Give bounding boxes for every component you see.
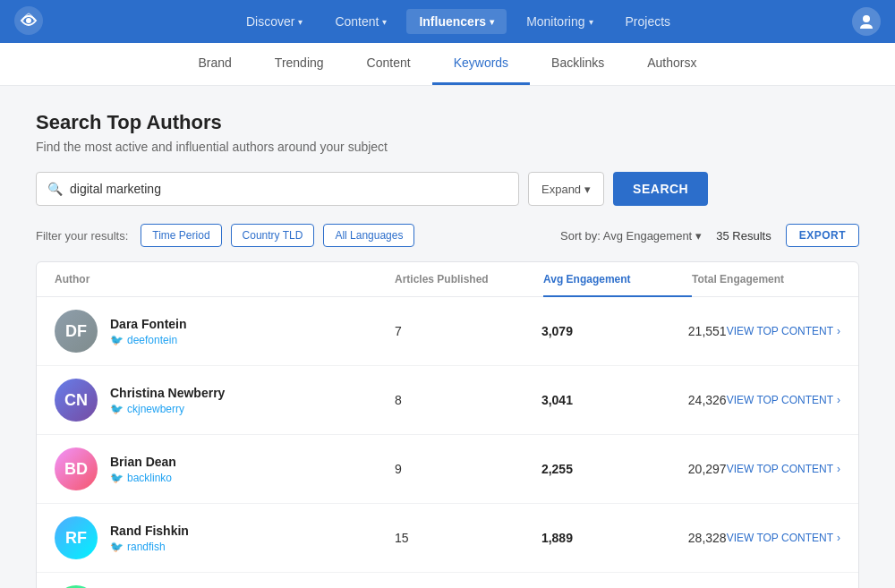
avg-engagement: 1,889 (541, 531, 688, 545)
sort-dropdown[interactable]: Sort by: Avg Engagement ▾ (560, 229, 702, 243)
avg-engagement: 2,255 (541, 462, 688, 476)
col-articles-header: Articles Published (395, 273, 543, 285)
view-top-content-button[interactable]: VIEW TOP CONTENT › (727, 394, 840, 406)
author-twitter[interactable]: 🐦 backlinko (110, 472, 176, 484)
avatar: CN (55, 379, 98, 422)
nav-right (852, 7, 881, 36)
chevron-down-icon: ▾ (298, 17, 303, 27)
total-engagement-value: 21,551 (688, 324, 727, 338)
chevron-right-icon: › (837, 325, 840, 337)
twitter-icon: 🐦 (110, 334, 124, 346)
col-avg-engagement-header: Avg Engagement (543, 273, 692, 285)
results-count: 35 Results (716, 229, 771, 243)
sub-nav-authorsx[interactable]: Authorsx (626, 43, 718, 85)
articles-published: 15 (395, 531, 541, 545)
search-input-wrap: 🔍 (36, 172, 519, 206)
total-engagement-cell: 28,328 VIEW TOP CONTENT › (688, 531, 840, 545)
page-subtitle: Find the most active and influential aut… (36, 140, 859, 154)
col-total-engagement-header: Total Engagement (692, 273, 840, 285)
nav-item-discover[interactable]: Discover ▾ (234, 9, 315, 34)
twitter-handle: randfish (127, 541, 166, 553)
app-logo[interactable] (14, 6, 43, 38)
table-body: DF Dara Fontein 🐦 deefontein 7 3,079 21,… (37, 297, 858, 588)
author-info: Christina Newberry 🐦 ckjnewberry (110, 386, 225, 415)
view-top-content-button[interactable]: VIEW TOP CONTENT › (727, 325, 840, 337)
main-content: Search Top Authors Find the most active … (0, 86, 895, 588)
nav-item-content[interactable]: Content ▾ (322, 9, 399, 34)
sub-nav-brand[interactable]: Brand (176, 43, 252, 85)
author-cell: RF Rand Fishkin 🐦 randfish (55, 516, 395, 559)
avg-engagement: 3,079 (541, 324, 688, 338)
all-languages-filter[interactable]: All Languages (323, 224, 414, 247)
total-engagement-value: 24,326 (688, 393, 727, 407)
author-cell: CN Christina Newberry 🐦 ckjnewberry (55, 379, 395, 422)
avatar: RF (55, 516, 98, 559)
country-tld-filter[interactable]: Country TLD (231, 224, 315, 247)
view-top-content-button[interactable]: VIEW TOP CONTENT › (727, 532, 840, 544)
view-top-content-button[interactable]: VIEW TOP CONTENT › (727, 463, 840, 475)
total-engagement-cell: 24,326 VIEW TOP CONTENT › (688, 393, 840, 407)
top-navigation: Discover ▾ Content ▾ Influencers ▾ Monit… (0, 0, 895, 43)
chevron-down-icon: ▾ (589, 17, 593, 27)
sub-nav-keywords[interactable]: Keywords (432, 43, 530, 85)
chevron-down-icon: ▾ (584, 183, 591, 196)
expand-button[interactable]: Expand ▾ (528, 172, 604, 206)
articles-published: 8 (395, 393, 541, 407)
table-row: LF Lynsey Fraser 🐦 fynseylaser 5 1,879 9… (37, 573, 858, 588)
time-period-filter[interactable]: Time Period (141, 224, 221, 247)
filter-label: Filter your results: (36, 229, 128, 243)
filter-row: Filter your results: Time Period Country… (36, 224, 859, 247)
table-row: RF Rand Fishkin 🐦 randfish 15 1,889 28,3… (37, 504, 858, 573)
author-cell: DF Dara Fontein 🐦 deefontein (55, 310, 395, 353)
avg-engagement: 3,041 (541, 393, 688, 407)
author-info: Dara Fontein 🐦 deefontein (110, 317, 187, 346)
twitter-handle: deefontein (127, 334, 177, 346)
twitter-handle: ckjnewberry (127, 403, 184, 415)
total-engagement-value: 20,297 (688, 462, 727, 476)
nav-item-influencers[interactable]: Influencers ▾ (406, 9, 507, 34)
table-row: DF Dara Fontein 🐦 deefontein 7 3,079 21,… (37, 297, 858, 366)
author-twitter[interactable]: 🐦 randfish (110, 541, 189, 553)
twitter-handle: backlinko (127, 472, 172, 484)
svg-point-1 (26, 18, 31, 23)
search-button[interactable]: SEARCH (613, 172, 708, 206)
search-icon: 🔍 (47, 182, 63, 196)
author-name: Christina Newberry (110, 386, 225, 400)
author-twitter[interactable]: 🐦 deefontein (110, 334, 187, 346)
chevron-down-icon: ▾ (490, 17, 494, 27)
chevron-down-icon: ▾ (695, 229, 702, 243)
author-info: Rand Fishkin 🐦 randfish (110, 524, 189, 553)
author-info: Brian Dean 🐦 backlinko (110, 455, 176, 484)
sub-navigation: Brand Trending Content Keywords Backlink… (0, 43, 895, 86)
nav-item-projects[interactable]: Projects (613, 9, 684, 34)
author-twitter[interactable]: 🐦 ckjnewberry (110, 403, 225, 415)
sub-nav-trending[interactable]: Trending (253, 43, 345, 85)
search-bar: 🔍 Expand ▾ SEARCH (36, 172, 859, 206)
author-name: Rand Fishkin (110, 524, 189, 538)
table-row: CN Christina Newberry 🐦 ckjnewberry 8 3,… (37, 366, 858, 435)
chevron-right-icon: › (837, 463, 840, 475)
chevron-right-icon: › (837, 532, 840, 544)
table-header: Author Articles Published Avg Engagement… (37, 262, 858, 297)
search-input[interactable] (70, 173, 507, 205)
total-engagement-cell: 20,297 VIEW TOP CONTENT › (688, 462, 840, 476)
author-name: Brian Dean (110, 455, 176, 469)
author-cell: BD Brian Dean 🐦 backlinko (55, 447, 395, 490)
col-author-header: Author (55, 273, 395, 285)
sub-nav-content[interactable]: Content (345, 43, 432, 85)
twitter-icon: 🐦 (110, 472, 124, 484)
author-name: Dara Fontein (110, 317, 187, 331)
twitter-icon: 🐦 (110, 541, 124, 553)
avatar: DF (55, 310, 98, 353)
user-avatar[interactable] (852, 7, 881, 36)
articles-published: 7 (395, 324, 541, 338)
sort-info: Sort by: Avg Engagement ▾ 35 Results EXP… (560, 224, 859, 247)
nav-items: Discover ▾ Content ▾ Influencers ▾ Monit… (64, 9, 852, 34)
table-row: BD Brian Dean 🐦 backlinko 9 2,255 20,297… (37, 435, 858, 504)
nav-item-monitoring[interactable]: Monitoring ▾ (514, 9, 605, 34)
articles-published: 9 (395, 462, 541, 476)
sub-nav-backlinks[interactable]: Backlinks (530, 43, 626, 85)
export-button[interactable]: EXPORT (786, 224, 859, 247)
total-engagement-value: 28,328 (688, 531, 727, 545)
svg-point-2 (863, 15, 870, 22)
